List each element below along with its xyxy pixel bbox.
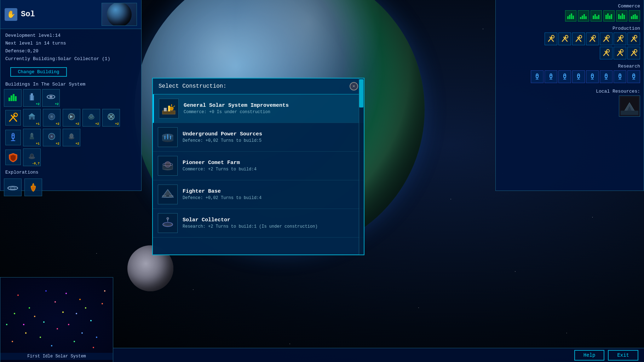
svg-point-104 xyxy=(564,74,566,76)
prod-icon-4 xyxy=(586,33,599,45)
svg-rect-64 xyxy=(636,16,638,19)
shield-row: -0,7 xyxy=(4,148,138,166)
svg-point-11 xyxy=(14,113,17,117)
research-icon-5 xyxy=(586,70,599,83)
prod-icon-1 xyxy=(545,33,557,45)
building-item-d1[interactable]: -0,7 xyxy=(23,148,41,166)
explore-item-fire[interactable] xyxy=(24,179,42,196)
building-item-c2[interactable]: +2 xyxy=(43,129,61,146)
svg-point-40 xyxy=(10,187,15,189)
explore-item-ring[interactable] xyxy=(4,179,22,196)
building-item-b3[interactable]: +2 xyxy=(63,109,80,127)
svg-rect-50 xyxy=(594,14,596,19)
building-item-b1[interactable]: +1 xyxy=(23,109,41,127)
svg-rect-56 xyxy=(611,14,612,19)
help-button[interactable]: Help xyxy=(574,350,605,361)
commerce-icon-1 xyxy=(565,10,576,22)
building-item-b2[interactable]: +2 xyxy=(43,109,61,127)
building-item-b5[interactable]: +2 xyxy=(102,109,120,127)
building-badge-b5: +2 xyxy=(115,122,119,126)
research-icons xyxy=(499,70,640,83)
next-level: Next level in 14 turns xyxy=(5,40,136,47)
panel-info: Development level:14 Next level in 14 tu… xyxy=(0,29,141,66)
building-badge-b4: +2 xyxy=(95,122,99,126)
production-icons-row2 xyxy=(499,47,640,59)
prod-icon-8 xyxy=(600,47,613,59)
modal-scrollbar-thumb[interactable] xyxy=(359,79,363,107)
item-thumb-1 xyxy=(158,127,178,147)
building-item-3[interactable]: +2 xyxy=(42,89,60,107)
construction-item-3[interactable]: Fighter Base Defence: +0,02 Turns to bui… xyxy=(153,180,364,209)
svg-rect-42 xyxy=(569,15,570,19)
building-badge-c2: +2 xyxy=(56,142,59,146)
modal-body: General Solar System Improvements Commer… xyxy=(153,94,364,255)
construction-item-4[interactable]: Solar Collector Research: +2 Turns to bu… xyxy=(153,209,364,238)
building-badge-d1: -0,7 xyxy=(32,162,40,165)
svg-point-100 xyxy=(550,74,552,76)
item-name-0: General Solar System Improvements xyxy=(184,103,359,109)
research-icon-1 xyxy=(531,70,544,83)
item-thumb-4 xyxy=(158,213,178,233)
modal-close-button[interactable]: × xyxy=(350,82,358,90)
svg-rect-49 xyxy=(593,16,594,19)
svg-rect-2 xyxy=(13,94,15,101)
svg-rect-0 xyxy=(8,98,10,101)
construction-item-2[interactable]: Pioneer Comet Farm Commerce: +2 Turns to… xyxy=(153,152,364,180)
svg-rect-6 xyxy=(33,95,34,100)
planet-thumbnail xyxy=(102,3,137,26)
svg-rect-60 xyxy=(623,15,625,19)
building-item-c1[interactable]: +1 xyxy=(23,129,41,146)
buildings-section: Buildings In The Solar System xyxy=(0,82,141,166)
svg-point-116 xyxy=(605,74,607,76)
svg-rect-53 xyxy=(605,15,607,19)
building-icon-2 xyxy=(27,92,37,104)
panel-header: ✋ Sol xyxy=(0,0,141,29)
commerce-icon-4 xyxy=(603,10,615,22)
svg-point-93 xyxy=(634,49,637,52)
microscope-icon[interactable] xyxy=(5,130,21,145)
change-building-button[interactable]: Change Building xyxy=(10,67,67,77)
commerce-icon-6 xyxy=(629,10,640,22)
bottom-bar: Help Exit xyxy=(113,348,644,362)
item-desc-2: Commerce: +2 Turns to build:4 xyxy=(183,167,359,172)
item-thumb-3 xyxy=(158,185,178,204)
item-info-1: Underground Power Sources Defence: +0,02… xyxy=(183,131,359,143)
svg-rect-130 xyxy=(164,108,167,111)
building-icon-b3 xyxy=(67,112,76,123)
close-icon: × xyxy=(352,84,355,89)
building-item-2[interactable]: +2 xyxy=(23,89,41,107)
mini-map-label: First Idle Solar System xyxy=(0,353,113,360)
building-item-c3[interactable]: +2 xyxy=(63,129,80,146)
mini-map: First Idle Solar System xyxy=(0,277,113,362)
building-badge-b2: +2 xyxy=(56,122,59,126)
map-dots-bg xyxy=(0,278,113,362)
item-info-3: Fighter Base Defence: +0,02 Turns to bui… xyxy=(183,188,359,200)
svg-rect-30 xyxy=(30,137,34,139)
building-icon-b1 xyxy=(28,112,36,123)
construction-item-0[interactable]: General Solar System Improvements Commer… xyxy=(153,94,364,123)
svg-rect-5 xyxy=(30,95,31,100)
svg-point-144 xyxy=(163,163,173,166)
modal-scrollbar-track[interactable] xyxy=(359,78,364,255)
commerce-icons xyxy=(499,10,640,22)
building-icon-c2 xyxy=(47,132,56,143)
building-badge-b1: +1 xyxy=(36,122,40,126)
svg-point-87 xyxy=(606,49,609,52)
microscope-row: +1 +2 +2 xyxy=(4,129,138,146)
svg-point-84 xyxy=(634,35,637,38)
building-item-b4[interactable]: +2 xyxy=(82,109,100,127)
svg-point-9 xyxy=(50,96,52,98)
svg-point-69 xyxy=(565,35,568,38)
item-name-2: Pioneer Comet Farm xyxy=(183,160,359,166)
construction-item-1[interactable]: Underground Power Sources Defence: +0,02… xyxy=(153,123,364,152)
commerce-icon-5 xyxy=(616,10,627,22)
prod-icon-9 xyxy=(614,47,626,59)
item-thumb-2 xyxy=(158,156,178,176)
shield-icon[interactable] xyxy=(5,150,21,165)
research-icon-7 xyxy=(614,70,626,83)
tools-icon[interactable] xyxy=(5,110,21,125)
building-badge-c3: +2 xyxy=(75,142,79,146)
building-item-1[interactable] xyxy=(4,89,22,107)
svg-rect-61 xyxy=(631,16,632,19)
exit-button[interactable]: Exit xyxy=(608,350,638,361)
